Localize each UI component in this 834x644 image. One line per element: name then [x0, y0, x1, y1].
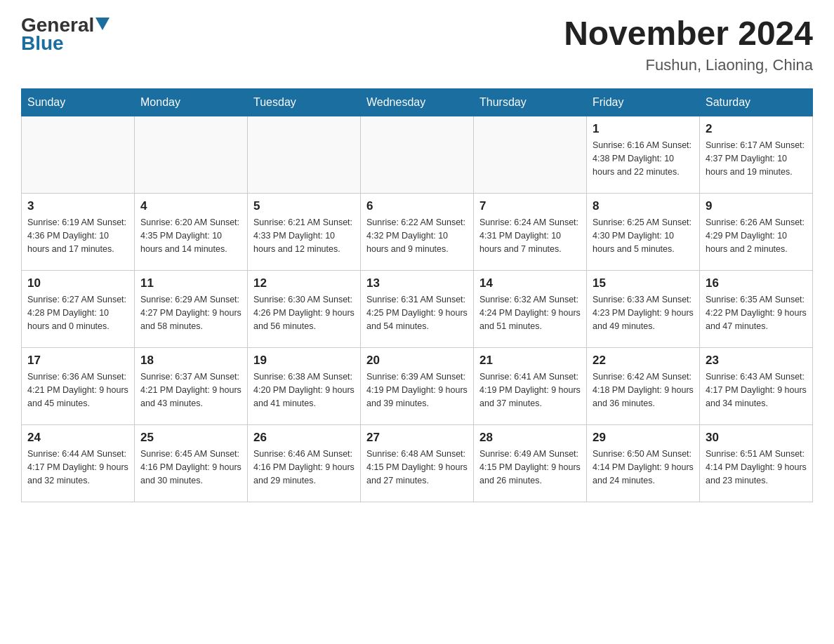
- calendar-week-row: 10Sunrise: 6:27 AM Sunset: 4:28 PM Dayli…: [22, 271, 813, 348]
- day-of-week-header: Thursday: [474, 89, 587, 116]
- day-info: Sunrise: 6:27 AM Sunset: 4:28 PM Dayligh…: [27, 293, 128, 333]
- day-number: 21: [479, 354, 581, 368]
- day-of-week-header: Monday: [135, 89, 248, 116]
- day-number: 2: [706, 122, 807, 136]
- calendar-week-row: 24Sunrise: 6:44 AM Sunset: 4:17 PM Dayli…: [22, 425, 813, 502]
- day-info: Sunrise: 6:50 AM Sunset: 4:14 PM Dayligh…: [593, 448, 694, 487]
- day-number: 4: [140, 199, 241, 213]
- day-of-week-header: Wednesday: [361, 89, 474, 116]
- calendar-day-cell: [474, 116, 587, 194]
- calendar-day-cell: 11Sunrise: 6:29 AM Sunset: 4:27 PM Dayli…: [135, 271, 248, 348]
- day-number: 5: [253, 199, 355, 213]
- calendar-day-cell: [135, 116, 248, 194]
- calendar-day-cell: 17Sunrise: 6:36 AM Sunset: 4:21 PM Dayli…: [22, 348, 135, 425]
- calendar-day-cell: 21Sunrise: 6:41 AM Sunset: 4:19 PM Dayli…: [474, 348, 587, 425]
- calendar-day-cell: [248, 116, 361, 194]
- day-number: 8: [593, 199, 694, 213]
- calendar-day-cell: 22Sunrise: 6:42 AM Sunset: 4:18 PM Dayli…: [587, 348, 700, 425]
- day-number: 29: [593, 431, 694, 445]
- day-info: Sunrise: 6:39 AM Sunset: 4:19 PM Dayligh…: [366, 370, 468, 410]
- calendar-day-cell: 4Sunrise: 6:20 AM Sunset: 4:35 PM Daylig…: [135, 194, 248, 271]
- day-number: 11: [140, 276, 241, 290]
- day-info: Sunrise: 6:32 AM Sunset: 4:24 PM Dayligh…: [479, 293, 581, 333]
- day-info: Sunrise: 6:42 AM Sunset: 4:18 PM Dayligh…: [593, 370, 694, 410]
- day-info: Sunrise: 6:21 AM Sunset: 4:33 PM Dayligh…: [253, 216, 355, 255]
- calendar-day-cell: 29Sunrise: 6:50 AM Sunset: 4:14 PM Dayli…: [587, 425, 700, 502]
- day-info: Sunrise: 6:17 AM Sunset: 4:37 PM Dayligh…: [706, 139, 807, 178]
- day-number: 10: [27, 276, 128, 290]
- day-number: 7: [479, 199, 581, 213]
- day-info: Sunrise: 6:19 AM Sunset: 4:36 PM Dayligh…: [27, 216, 128, 255]
- day-number: 24: [27, 431, 128, 445]
- day-info: Sunrise: 6:43 AM Sunset: 4:17 PM Dayligh…: [706, 370, 807, 410]
- day-info: Sunrise: 6:24 AM Sunset: 4:31 PM Dayligh…: [479, 216, 581, 255]
- calendar-day-cell: 28Sunrise: 6:49 AM Sunset: 4:15 PM Dayli…: [474, 425, 587, 502]
- calendar-week-row: 1Sunrise: 6:16 AM Sunset: 4:38 PM Daylig…: [22, 116, 813, 194]
- calendar-day-cell: 10Sunrise: 6:27 AM Sunset: 4:28 PM Dayli…: [22, 271, 135, 348]
- day-number: 17: [27, 354, 128, 368]
- day-number: 16: [706, 276, 807, 290]
- logo-blue: Blue: [21, 32, 64, 55]
- day-number: 14: [479, 276, 581, 290]
- calendar-day-cell: [361, 116, 474, 194]
- day-number: 30: [706, 431, 807, 445]
- day-info: Sunrise: 6:29 AM Sunset: 4:27 PM Dayligh…: [140, 293, 241, 333]
- day-number: 28: [479, 431, 581, 445]
- day-info: Sunrise: 6:25 AM Sunset: 4:30 PM Dayligh…: [593, 216, 694, 255]
- calendar-day-cell: 5Sunrise: 6:21 AM Sunset: 4:33 PM Daylig…: [248, 194, 361, 271]
- day-info: Sunrise: 6:37 AM Sunset: 4:21 PM Dayligh…: [140, 370, 241, 410]
- calendar-day-cell: 2Sunrise: 6:17 AM Sunset: 4:37 PM Daylig…: [700, 116, 813, 194]
- svg-marker-0: [95, 18, 110, 30]
- day-number: 22: [593, 354, 694, 368]
- day-number: 1: [593, 122, 694, 136]
- calendar-day-cell: 6Sunrise: 6:22 AM Sunset: 4:32 PM Daylig…: [361, 194, 474, 271]
- calendar-day-cell: 23Sunrise: 6:43 AM Sunset: 4:17 PM Dayli…: [700, 348, 813, 425]
- day-info: Sunrise: 6:20 AM Sunset: 4:35 PM Dayligh…: [140, 216, 241, 255]
- day-info: Sunrise: 6:46 AM Sunset: 4:16 PM Dayligh…: [253, 448, 355, 487]
- calendar-day-cell: 30Sunrise: 6:51 AM Sunset: 4:14 PM Dayli…: [700, 425, 813, 502]
- logo-arrow-icon: [95, 18, 110, 32]
- day-info: Sunrise: 6:49 AM Sunset: 4:15 PM Dayligh…: [479, 448, 581, 487]
- calendar-day-cell: 1Sunrise: 6:16 AM Sunset: 4:38 PM Daylig…: [587, 116, 700, 194]
- title-section: November 2024 Fushun, Liaoning, China: [564, 14, 813, 74]
- day-number: 18: [140, 354, 241, 368]
- month-year-title: November 2024: [564, 14, 813, 53]
- calendar-day-cell: 16Sunrise: 6:35 AM Sunset: 4:22 PM Dayli…: [700, 271, 813, 348]
- day-number: 27: [366, 431, 468, 445]
- calendar-day-cell: 9Sunrise: 6:26 AM Sunset: 4:29 PM Daylig…: [700, 194, 813, 271]
- calendar-table: SundayMondayTuesdayWednesdayThursdayFrid…: [21, 88, 813, 502]
- day-info: Sunrise: 6:51 AM Sunset: 4:14 PM Dayligh…: [706, 448, 807, 487]
- calendar-day-cell: 27Sunrise: 6:48 AM Sunset: 4:15 PM Dayli…: [361, 425, 474, 502]
- calendar-day-cell: 20Sunrise: 6:39 AM Sunset: 4:19 PM Dayli…: [361, 348, 474, 425]
- day-info: Sunrise: 6:48 AM Sunset: 4:15 PM Dayligh…: [366, 448, 468, 487]
- day-info: Sunrise: 6:22 AM Sunset: 4:32 PM Dayligh…: [366, 216, 468, 255]
- calendar-week-row: 17Sunrise: 6:36 AM Sunset: 4:21 PM Dayli…: [22, 348, 813, 425]
- calendar-day-cell: 25Sunrise: 6:45 AM Sunset: 4:16 PM Dayli…: [135, 425, 248, 502]
- day-number: 9: [706, 199, 807, 213]
- day-info: Sunrise: 6:36 AM Sunset: 4:21 PM Dayligh…: [27, 370, 128, 410]
- calendar-day-cell: 7Sunrise: 6:24 AM Sunset: 4:31 PM Daylig…: [474, 194, 587, 271]
- day-of-week-header: Tuesday: [248, 89, 361, 116]
- header: General Blue November 2024 Fushun, Liaon…: [21, 14, 813, 74]
- calendar-day-cell: 8Sunrise: 6:25 AM Sunset: 4:30 PM Daylig…: [587, 194, 700, 271]
- day-of-week-header: Sunday: [22, 89, 135, 116]
- days-of-week-row: SundayMondayTuesdayWednesdayThursdayFrid…: [22, 89, 813, 116]
- day-info: Sunrise: 6:45 AM Sunset: 4:16 PM Dayligh…: [140, 448, 241, 487]
- day-info: Sunrise: 6:30 AM Sunset: 4:26 PM Dayligh…: [253, 293, 355, 333]
- day-info: Sunrise: 6:35 AM Sunset: 4:22 PM Dayligh…: [706, 293, 807, 333]
- logo: General Blue: [21, 14, 110, 55]
- location-subtitle: Fushun, Liaoning, China: [564, 56, 813, 74]
- day-number: 13: [366, 276, 468, 290]
- calendar-header: SundayMondayTuesdayWednesdayThursdayFrid…: [22, 89, 813, 116]
- day-number: 20: [366, 354, 468, 368]
- day-info: Sunrise: 6:44 AM Sunset: 4:17 PM Dayligh…: [27, 448, 128, 487]
- calendar-body: 1Sunrise: 6:16 AM Sunset: 4:38 PM Daylig…: [22, 116, 813, 502]
- day-number: 3: [27, 199, 128, 213]
- calendar-day-cell: 3Sunrise: 6:19 AM Sunset: 4:36 PM Daylig…: [22, 194, 135, 271]
- calendar-day-cell: 18Sunrise: 6:37 AM Sunset: 4:21 PM Dayli…: [135, 348, 248, 425]
- day-info: Sunrise: 6:31 AM Sunset: 4:25 PM Dayligh…: [366, 293, 468, 333]
- calendar-day-cell: 24Sunrise: 6:44 AM Sunset: 4:17 PM Dayli…: [22, 425, 135, 502]
- calendar-day-cell: 12Sunrise: 6:30 AM Sunset: 4:26 PM Dayli…: [248, 271, 361, 348]
- day-number: 6: [366, 199, 468, 213]
- day-number: 23: [706, 354, 807, 368]
